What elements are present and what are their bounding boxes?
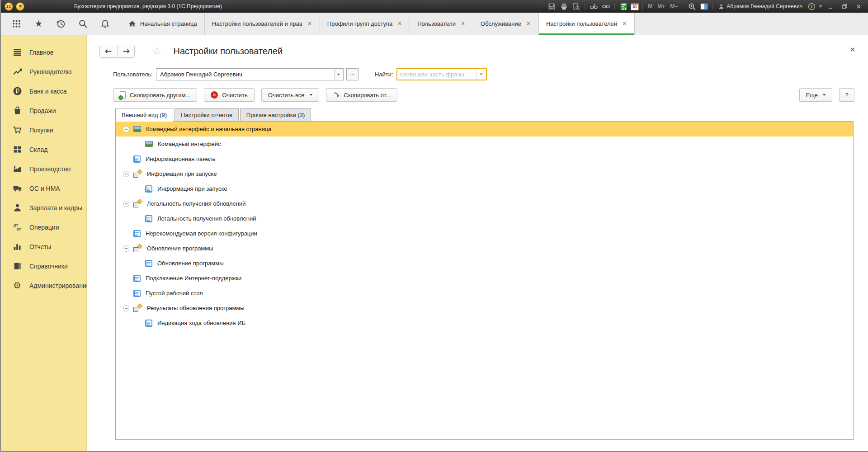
tab-close-icon[interactable] [526,21,531,27]
clear-all-button[interactable]: Очистить все [261,88,319,102]
info-dropdown-icon[interactable] [819,5,822,8]
close-window-icon[interactable] [853,2,864,11]
memory-recall-button[interactable]: M [646,3,654,9]
calendar-icon[interactable]: 31 [631,3,639,10]
favorite-star-icon[interactable] [152,46,162,56]
help-button[interactable]: ? [839,88,854,102]
sidebar-item-production[interactable]: Производство [1,159,86,179]
favorites-icon[interactable] [28,13,50,35]
clear-all-label: Очистить все [268,92,305,99]
tree-row[interactable]: Командный интерфейс [116,137,853,151]
tree-row[interactable]: Легальность получения обновлений [116,196,853,211]
form-tab-2[interactable]: Прочие настройки (3) [240,108,311,122]
tree-row-label: Пустой рабочий стол [146,290,203,297]
doc-icon [133,275,141,282]
copy-to-others-button[interactable]: Скопировать другим... [113,88,197,102]
tab-2[interactable]: Профили групп доступа [320,13,410,35]
tab-close-icon[interactable] [397,21,402,27]
calculator-icon[interactable] [618,1,628,11]
update-icon [133,200,142,207]
more-button[interactable]: Еще [799,88,832,102]
tree-row[interactable]: Информация при запуске [116,166,853,181]
current-user-button[interactable]: Абрамов Геннадий Сергеевич [717,3,804,9]
memory-add-button[interactable]: M+ [656,3,666,9]
sidebar-item-label: Зарплата и кадры [29,204,82,212]
collapse-icon[interactable] [123,201,129,207]
tree-row[interactable]: Информация при запуске [116,181,853,196]
notifications-bell-icon[interactable] [94,13,116,35]
tree-row[interactable]: Подключение Интернет-поддержки [116,271,853,286]
sidebar-item-administration[interactable]: Администрирование [1,276,86,295]
search-icon[interactable] [72,13,94,35]
tree-row[interactable]: Результаты обновления программы [116,301,853,315]
user-select-button[interactable]: ... [346,68,359,80]
tab-home[interactable]: Начальная страница [121,13,205,35]
tab-close-icon[interactable] [622,21,627,27]
tab-1[interactable]: Настройки пользователей и прав [205,13,320,35]
tab-3[interactable]: Пользователи [410,13,473,35]
tab-close-icon[interactable] [307,21,312,27]
save-icon[interactable] [547,1,557,11]
collapse-icon[interactable] [123,126,129,132]
tree-row[interactable]: Обновление программы [116,256,853,271]
sidebar-item-main[interactable]: Главное [1,42,86,62]
clear-search-icon[interactable] [476,69,486,80]
info-icon[interactable] [807,1,816,11]
tree-row[interactable]: Нерекомендуемая версия конфигурации [116,226,853,241]
main-menu-dropdown-icon[interactable] [16,2,24,11]
copy-from-button[interactable]: Скопировать от... [326,88,398,102]
tree-row[interactable]: Информационная панель [116,151,853,166]
sidebar-item-purchases[interactable]: Покупки [1,120,86,140]
sidebar-item-manager[interactable]: Руководителю [1,62,86,81]
search-input[interactable] [397,71,476,78]
forward-button[interactable] [117,45,134,57]
tab-4[interactable]: Обслуживание [473,13,539,35]
combo-dropdown-icon[interactable] [334,69,343,80]
form-tab-1[interactable]: Настройки отчетов [175,108,239,122]
apps-grid-icon[interactable] [5,13,28,35]
factory-icon [12,164,23,174]
sidebar-item-directories[interactable]: Справочники [1,256,86,276]
print-preview-icon[interactable] [571,1,581,11]
sidebar-item-bank-cash[interactable]: Банк и касса [1,81,86,101]
sidebar-item-sales[interactable]: Продажи [1,101,86,120]
form-tab-0[interactable]: Внешний вид (9) [115,108,173,122]
back-button[interactable] [100,45,117,57]
tree-row[interactable]: Командный интерфейс и начальная страница [116,122,853,137]
tree-row[interactable]: Индикация хода обновления ИБ [116,315,853,330]
clear-all-dropdown-icon [310,94,312,96]
sidebar-item-label: Банк и касса [29,88,66,95]
tree-row[interactable]: Легальность получения обновлений [116,211,853,226]
restore-icon[interactable] [839,2,850,11]
sidebar-item-label: ОС и НМА [29,185,60,192]
print-icon[interactable] [559,1,569,11]
get-link-icon[interactable] [589,1,599,11]
user-combobox[interactable]: Абрамов Геннадий Сергеевич [156,68,344,80]
split-window-icon[interactable] [699,1,709,11]
clear-button[interactable]: Очистить [204,88,255,102]
sidebar-item-operations[interactable]: Операции [1,217,86,237]
tree-row-label: Индикация хода обновления ИБ [157,320,245,326]
go-link-icon[interactable] [601,1,611,11]
tab-5[interactable]: Настройки пользователей [539,13,635,35]
collapse-icon[interactable] [123,171,129,177]
close-form-icon[interactable] [848,45,857,54]
books-icon [12,261,23,271]
sidebar-item-payroll-hr[interactable]: Зарплата и кадры [1,198,86,217]
tree-row[interactable]: Пустой рабочий стол [116,286,853,301]
sidebar-item-reports[interactable]: Отчеты [1,237,86,256]
sidebar-item-fixed-assets[interactable]: ОС и НМА [1,179,86,198]
memory-subtract-button[interactable]: M− [669,3,679,9]
blocks-icon [12,145,23,154]
tree-row-label: Подключение Интернет-поддержки [146,275,241,282]
sidebar-item-warehouse[interactable]: Склад [1,140,86,159]
tree-row-label: Результаты обновления программы [147,305,245,311]
zoom-icon[interactable] [687,1,697,11]
history-icon[interactable] [50,13,72,35]
collapse-icon[interactable] [123,245,129,252]
minimize-icon[interactable] [825,2,836,11]
tab-close-icon[interactable] [460,21,466,27]
collapse-icon[interactable] [123,305,129,311]
sidebar-item-label: Руководителю [29,68,71,75]
tree-row[interactable]: Обновление программы [116,241,853,256]
